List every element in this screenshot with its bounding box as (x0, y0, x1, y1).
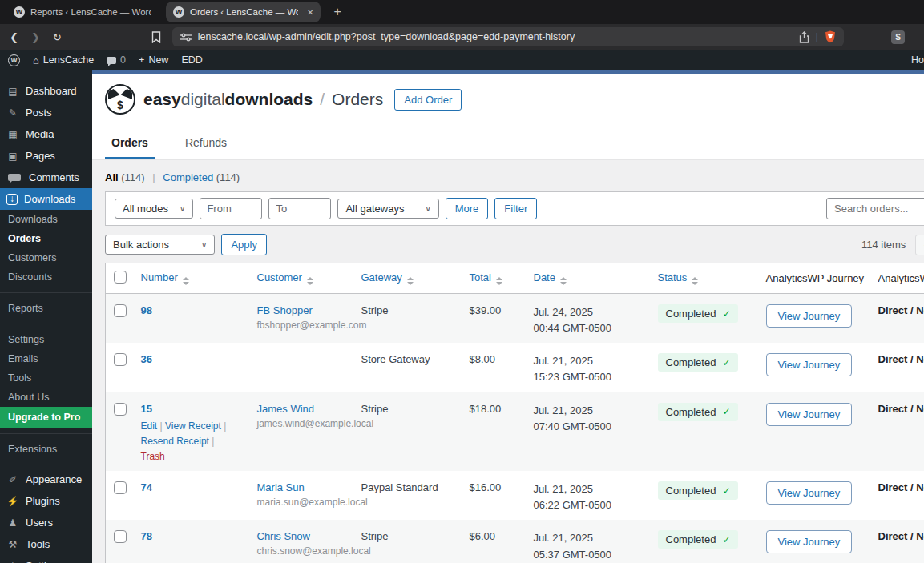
sidebar-item-about-us[interactable]: About Us (0, 388, 92, 407)
edd-menu[interactable]: EDD (175, 50, 208, 70)
select-all-checkbox[interactable] (114, 271, 127, 284)
date-from-input[interactable] (200, 198, 262, 219)
sidebar-item-plugins[interactable]: ⚡Plugins (0, 490, 92, 512)
new-tab-button[interactable]: + (333, 5, 341, 19)
column-header-number[interactable]: Number (133, 263, 249, 294)
brand-title: easydigitaldownloads (143, 90, 313, 109)
table-header-row: NumberCustomerGatewayTotalDateStatusAnal… (106, 263, 924, 294)
sidebar-item-tools[interactable]: ⚒Tools (0, 533, 92, 555)
sidebar-item-settings[interactable]: Settings (0, 330, 92, 349)
row-checkbox[interactable] (114, 403, 127, 416)
view-journey-button[interactable]: View Journey (766, 530, 853, 553)
column-header-total[interactable]: Total (462, 263, 526, 294)
column-header-gateway[interactable]: Gateway (353, 263, 462, 294)
sidebar-item-downloads[interactable]: Downloads (0, 210, 92, 229)
column-header-customer[interactable]: Customer (249, 263, 353, 294)
view-all-link[interactable]: All (105, 171, 119, 183)
order-number-link[interactable]: 36 (141, 353, 152, 365)
row-checkbox[interactable] (114, 530, 127, 543)
sidebar-item-downloads[interactable]: ↓Downloads (0, 188, 92, 210)
view-journey-button[interactable]: View Journey (766, 304, 853, 328)
row-checkbox[interactable] (114, 353, 127, 366)
sidebar-item-tools[interactable]: Tools (0, 368, 92, 388)
wp-logo-menu[interactable]: W (2, 50, 26, 70)
sidebar-item-emails[interactable]: Emails (0, 349, 92, 368)
apply-button[interactable]: Apply (221, 234, 267, 255)
sidebar-item-settings[interactable]: ⚙Settings (0, 555, 92, 563)
tune-icon[interactable] (180, 32, 192, 42)
sidebar-item-comments[interactable]: Comments (0, 167, 92, 188)
row-action-trash[interactable]: Trash (141, 451, 165, 462)
customer-link[interactable]: James Wind (257, 403, 345, 415)
extension-badge[interactable]: S (891, 30, 905, 44)
new-content-menu[interactable]: + New (132, 50, 175, 70)
gateway-cell: Stripe (353, 392, 462, 472)
sidebar-item-users[interactable]: ♟Users (0, 512, 92, 533)
sidebar-item-label: Pages (26, 150, 55, 162)
close-tab-icon[interactable]: ✕ (307, 8, 313, 17)
brave-shield-icon[interactable] (825, 30, 836, 43)
order-number-link[interactable]: 74 (141, 481, 152, 493)
filter-button[interactable]: Filter (494, 198, 537, 219)
table-row: 98 FB Shopper fbshopper@example.com Stri… (106, 294, 924, 344)
column-header-date[interactable]: Date (526, 263, 650, 294)
sidebar-item-customers[interactable]: Customers (0, 248, 92, 267)
sort-icon (407, 277, 414, 285)
address-bar[interactable]: lenscache.local/wp-admin/edit.php?post_t… (172, 27, 844, 46)
row-action-resend-receipt[interactable]: Resend Receipt (141, 436, 209, 447)
sidebar-item-orders[interactable]: Orders (0, 229, 92, 248)
row-checkbox[interactable] (114, 481, 127, 494)
search-input[interactable] (826, 198, 924, 219)
back-icon[interactable]: ❮ (10, 31, 18, 43)
sidebar-item-media[interactable]: ▦Media (0, 123, 92, 145)
sidebar-item-upgrade-to-pro[interactable]: Upgrade to Pro (0, 407, 92, 428)
order-number-link[interactable]: 15 (141, 403, 152, 415)
customer-link[interactable]: Maria Sun (257, 481, 345, 493)
view-journey-button[interactable]: View Journey (766, 403, 853, 426)
bulk-actions-select[interactable]: Bulk actions∨ (105, 235, 215, 255)
browser-tab-orders[interactable]: W Orders ‹ LensCache — WordPr ✕ (166, 2, 321, 22)
browser-tab-reports[interactable]: W Reports ‹ LensCache — WordPress (6, 2, 158, 22)
column-header-status[interactable]: Status (650, 263, 758, 294)
date-to-input[interactable] (268, 198, 331, 219)
first-page-button[interactable]: « (915, 235, 924, 255)
check-icon: ✓ (722, 406, 730, 417)
sidebar-item-posts[interactable]: ✎Posts (0, 102, 92, 123)
view-journey-button[interactable]: View Journey (766, 481, 853, 505)
sidebar-item-label: Tools (8, 372, 31, 384)
source-cell: Direct / None (870, 392, 924, 472)
tab-orders[interactable]: Orders (105, 125, 155, 159)
sidebar-item-extensions[interactable]: Extensions (0, 440, 92, 459)
row-action-view-receipt[interactable]: View Receipt (165, 420, 221, 432)
customer-link[interactable]: Chris Snow (257, 530, 345, 542)
customer-link[interactable]: FB Shopper (257, 304, 345, 316)
view-journey-button[interactable]: View Journey (766, 353, 853, 376)
tab-refunds[interactable]: Refunds (179, 125, 233, 159)
edd-label: EDD (181, 54, 202, 66)
sidebar-item-reports[interactable]: Reports (0, 299, 92, 318)
sidebar-item-pages[interactable]: ▣Pages (0, 145, 92, 167)
add-order-button[interactable]: Add Order (394, 89, 462, 111)
row-checkbox[interactable] (114, 304, 127, 317)
sidebar-item-appearance[interactable]: ✐Appearance (0, 468, 92, 490)
sidebar-item-label: About Us (8, 392, 49, 403)
sidebar-item-dashboard[interactable]: ▤Dashboard (0, 80, 92, 102)
howdy-menu[interactable]: Ho (905, 50, 924, 70)
order-number-link[interactable]: 78 (141, 530, 152, 542)
check-icon: ✓ (722, 534, 730, 545)
row-action-edit[interactable]: Edit (141, 420, 158, 432)
order-number-link[interactable]: 98 (141, 304, 152, 316)
wordpress-logo-icon: W (8, 54, 20, 66)
view-completed-link[interactable]: Completed (163, 171, 213, 183)
comments-menu[interactable]: 0 (100, 50, 132, 70)
reload-icon[interactable]: ↻ (53, 31, 62, 43)
share-icon[interactable] (799, 31, 809, 43)
mode-select[interactable]: All modes∨ (115, 199, 193, 219)
sidebar-item-discounts[interactable]: Discounts (0, 267, 92, 287)
gateway-select[interactable]: All gateways∨ (337, 199, 438, 219)
more-filters-button[interactable]: More (446, 198, 489, 219)
bookmark-icon[interactable] (151, 31, 161, 43)
source-cell: Direct / None (870, 294, 924, 344)
site-name-menu[interactable]: ⌂ LensCache (26, 50, 100, 70)
forward-icon[interactable]: ❯ (31, 31, 40, 43)
